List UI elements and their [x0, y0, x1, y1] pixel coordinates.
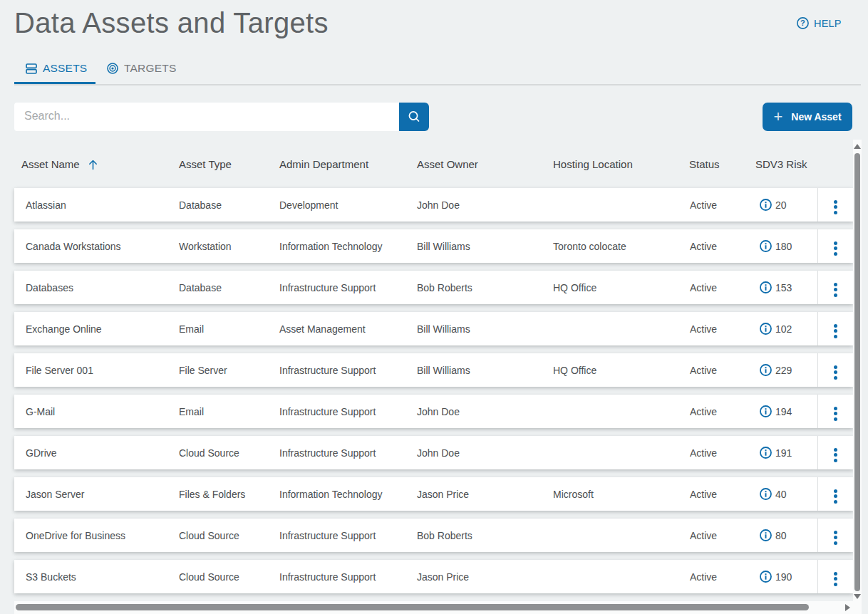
svg-text:?: ? [800, 19, 805, 27]
